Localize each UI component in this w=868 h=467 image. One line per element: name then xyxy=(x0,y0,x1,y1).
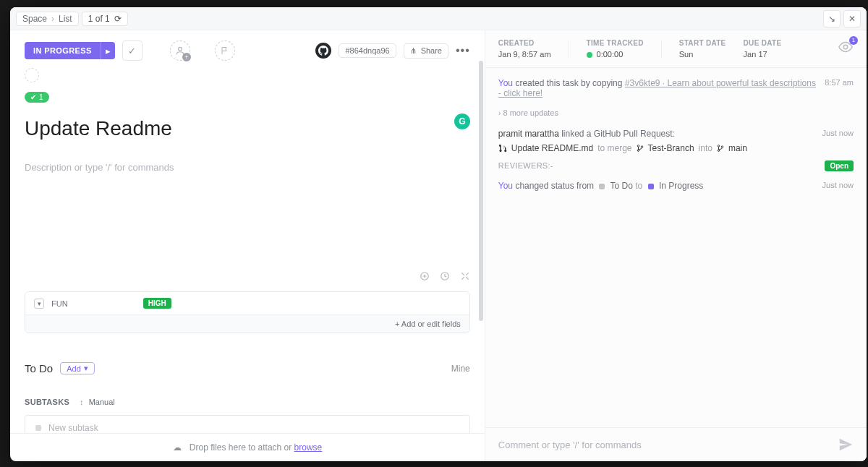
add-label: Add xyxy=(67,364,81,373)
grammarly-icon[interactable]: G xyxy=(454,113,470,129)
branch-icon xyxy=(637,145,644,152)
custom-field-value[interactable]: HIGH xyxy=(143,298,171,309)
task-modal: Space › List 1 of 1 ⟳ ↘ ✕ IN PROGRESS ▸ … xyxy=(10,7,867,461)
breadcrumb-list: List xyxy=(59,14,72,24)
meta-created: CREATED Jan 9, 8:57 am xyxy=(498,39,551,59)
add-button[interactable]: Add ▾ xyxy=(60,362,95,374)
todo-label: To Do xyxy=(25,362,53,374)
svg-point-9 xyxy=(721,146,723,148)
minimize-button[interactable]: ↘ xyxy=(823,10,841,27)
svg-point-0 xyxy=(178,47,182,51)
add-edit-fields[interactable]: + Add or edit fields xyxy=(25,314,469,333)
history-icon[interactable] xyxy=(440,271,450,281)
reviewers-label: REVIEWERS:- xyxy=(498,161,553,170)
complete-button[interactable]: ✓ xyxy=(122,40,142,61)
watchers-button[interactable]: 1 xyxy=(838,39,854,55)
time-tracked-value: 0:00:00 xyxy=(587,50,644,59)
pr-title[interactable]: Update README.md xyxy=(511,143,593,153)
meta-time-tracked[interactable]: TIME TRACKED 0:00:00 xyxy=(587,39,644,59)
new-subtask-input[interactable]: New subtask xyxy=(25,415,470,433)
status-button[interactable]: IN PROGRESS ▸ xyxy=(25,42,115,59)
priority-add[interactable] xyxy=(215,40,235,61)
custom-field-name: FUN xyxy=(51,299,68,308)
sort-label: Manual xyxy=(89,398,115,406)
chevron-down-icon: ▾ xyxy=(84,364,88,373)
subtask-count: 1 xyxy=(39,93,43,101)
mine-filter[interactable]: Mine xyxy=(451,364,470,374)
expand-icon[interactable] xyxy=(460,271,470,281)
subtask-count-badge[interactable]: ✔ 1 xyxy=(25,92,49,103)
dropzone-text: Drop files here to attach or xyxy=(190,442,294,453)
breadcrumb[interactable]: Space › List xyxy=(16,12,79,26)
refresh-icon[interactable]: ⟳ xyxy=(114,14,122,24)
share-icon: ⋔ xyxy=(410,46,417,56)
check-circle-icon: ✔ xyxy=(30,93,36,101)
chevron-right-icon: › xyxy=(498,108,501,117)
task-id-chip[interactable]: #864dnqa96 xyxy=(339,43,396,58)
parent-task-icon[interactable] xyxy=(25,68,39,82)
status-from: To Do xyxy=(610,181,633,191)
comment-bar[interactable]: Comment or type '/' for commands xyxy=(485,427,867,461)
breadcrumb-bar: Space › List 1 of 1 ⟳ ↘ ✕ xyxy=(10,7,867,30)
meta-start-date[interactable]: START DATE Sun xyxy=(679,39,726,59)
activity-timestamp: 8:57 am xyxy=(825,78,854,98)
breadcrumb-position-pill: 1 of 1 ⟳ xyxy=(82,12,128,26)
pr-merge-text: to merge xyxy=(597,143,631,153)
reviewers-row: REVIEWERS:- Open xyxy=(498,160,854,171)
right-panel: CREATED Jan 9, 8:57 am TIME TRACKED 0:00… xyxy=(485,30,867,461)
activity-user[interactable]: pramit marattha xyxy=(498,129,559,139)
status-dot-todo xyxy=(599,184,605,189)
flag-icon xyxy=(221,46,229,55)
sort-toggle[interactable]: ↕ Manual xyxy=(80,398,115,406)
attachment-dropzone[interactable]: ☁ Drop files here to attach or browse xyxy=(10,433,485,461)
left-panel: IN PROGRESS ▸ ✓ + xyxy=(10,30,485,461)
pr-into-text: into xyxy=(699,143,712,153)
check-icon: ✓ xyxy=(128,46,136,56)
start-date-value: Sun xyxy=(679,50,726,59)
activity-text: changed status from xyxy=(515,181,596,191)
created-label: CREATED xyxy=(498,39,551,47)
more-updates-toggle[interactable]: › 8 more updates xyxy=(498,108,854,117)
activity-feed: You created this task by copying #3v6kte… xyxy=(485,68,867,427)
github-icon[interactable] xyxy=(315,43,331,59)
svg-point-3 xyxy=(843,45,848,49)
watchers-count: 1 xyxy=(849,36,858,45)
activity-user[interactable]: You xyxy=(498,78,513,88)
status-label: IN PROGRESS xyxy=(25,42,101,59)
close-button[interactable]: ✕ xyxy=(843,10,861,27)
assignee-add[interactable]: + xyxy=(170,40,190,61)
comment-input[interactable]: Comment or type '/' for commands xyxy=(498,440,830,450)
activity-item: pramit marattha linked a GitHub Pull Req… xyxy=(498,129,854,153)
chevron-right-icon: › xyxy=(51,14,54,24)
new-subtask-placeholder: New subtask xyxy=(48,423,98,433)
share-label: Share xyxy=(421,46,442,55)
right-header: CREATED Jan 9, 8:57 am TIME TRACKED 0:00… xyxy=(485,30,867,68)
pull-request-icon xyxy=(498,144,507,153)
pr-to-branch[interactable]: main xyxy=(728,143,747,153)
ai-icon[interactable] xyxy=(420,271,430,281)
share-button[interactable]: ⋔ Share xyxy=(404,43,448,59)
time-tracked-label: TIME TRACKED xyxy=(587,39,644,47)
browse-link[interactable]: browse xyxy=(294,442,323,453)
status-next-icon[interactable]: ▸ xyxy=(101,42,115,59)
minimize-icon: ↘ xyxy=(828,14,835,24)
activity-timestamp: Just now xyxy=(822,129,854,153)
activity-item: You changed status from To Do to In Prog… xyxy=(498,181,854,191)
more-updates-label: 8 more updates xyxy=(503,108,558,117)
task-id: #864dnqa96 xyxy=(345,46,389,55)
custom-field-row[interactable]: ▾ FUN HIGH xyxy=(25,292,469,314)
send-icon[interactable] xyxy=(838,437,854,453)
pr-from-branch[interactable]: Test-Branch xyxy=(648,143,694,153)
activity-timestamp: Just now xyxy=(822,181,854,191)
activity-item: You created this task by copying #3v6kte… xyxy=(498,78,854,98)
activity-user[interactable]: You xyxy=(498,181,513,191)
cloud-upload-icon: ☁ xyxy=(173,442,182,453)
meta-due-date[interactable]: DUE DATE Jan 17 xyxy=(744,39,782,59)
task-title[interactable]: Update Readme xyxy=(25,117,172,140)
branch-icon xyxy=(717,145,724,152)
description-input[interactable]: Description or type '/' for commands xyxy=(25,162,470,173)
more-menu[interactable]: ••• xyxy=(456,44,470,57)
subtasks-header: SUBTASKS xyxy=(25,398,69,406)
created-value: Jan 9, 8:57 am xyxy=(498,50,551,59)
scrollbar-thumb[interactable] xyxy=(479,61,483,321)
